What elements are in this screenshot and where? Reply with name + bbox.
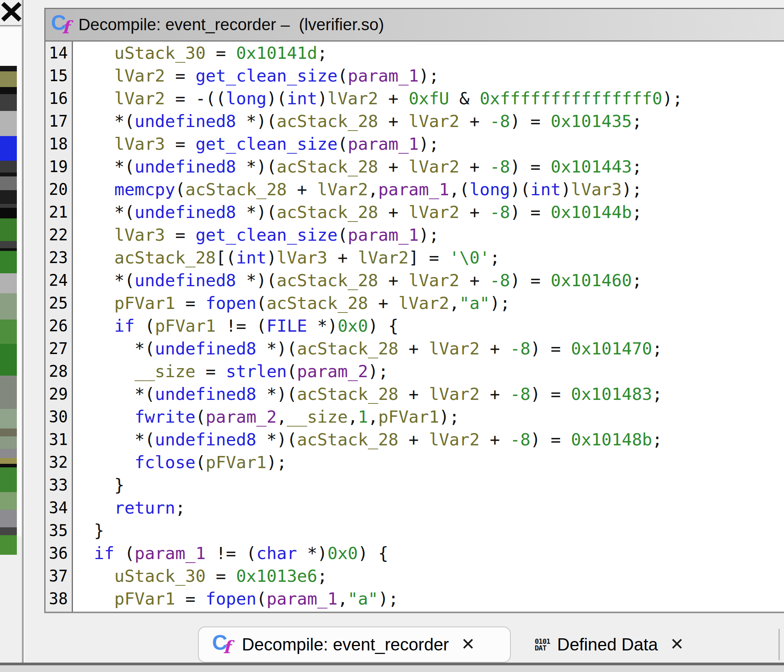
code-token[interactable]: 0x101435 [551, 111, 632, 131]
code-token[interactable]: , [338, 589, 348, 608]
code-token[interactable]: ( [134, 316, 155, 336]
code-token[interactable]: *)( [236, 111, 277, 131]
code-token[interactable]: pFVar1 [206, 452, 267, 472]
minimap-band[interactable] [0, 527, 17, 535]
code-token[interactable]: acStack_28 [297, 384, 399, 404]
code-token[interactable]: ) [317, 89, 327, 108]
code-token[interactable]: fopen [206, 293, 256, 313]
code-token[interactable]: lVar3 [114, 225, 165, 245]
code-token[interactable]: + [459, 271, 490, 290]
code-token[interactable]: "a" [459, 293, 490, 313]
code-token[interactable]: *( [74, 157, 134, 176]
code-token[interactable]: + [287, 180, 318, 199]
code-token[interactable]: uStack_30 [114, 43, 206, 63]
minimap-band[interactable] [0, 409, 17, 429]
minimap-band[interactable] [0, 251, 17, 273]
code-token[interactable]: + [398, 384, 429, 404]
decompiled-code[interactable]: uStack_30 = 0x10141d; lVar2 = get_clean_… [73, 42, 784, 612]
code-token[interactable]: 1 [358, 407, 368, 427]
code-token[interactable]: param_1 [348, 66, 419, 85]
code-token[interactable]: '\0' [449, 248, 490, 267]
minimap-band[interactable] [0, 429, 17, 436]
code-line[interactable]: *(undefined8 *)(acStack_28 + lVar2 + -8)… [74, 155, 784, 178]
minimap-band[interactable] [0, 510, 17, 527]
code-line[interactable]: lVar2 = -((long)(int)lVar2 + 0xfU & 0xff… [74, 87, 784, 110]
window-close-icon[interactable] [1, 1, 22, 22]
code-token[interactable]: param_1 [348, 134, 419, 154]
minimap-band[interactable] [0, 94, 17, 111]
code-token[interactable]: fwrite [134, 407, 195, 427]
code-line[interactable]: *(undefined8 *)(acStack_28 + lVar2 + -8)… [74, 201, 784, 223]
code-token[interactable] [74, 43, 114, 63]
code-token[interactable]: , [277, 407, 287, 427]
code-token[interactable]: acStack_28 [297, 339, 399, 358]
minimap-band[interactable] [0, 273, 17, 293]
code-token[interactable] [74, 589, 114, 608]
code-token[interactable]: 0x1013e6 [236, 566, 317, 586]
code-token[interactable]: ( [338, 66, 348, 85]
minimap-band[interactable] [0, 87, 17, 94]
code-token[interactable]: = [206, 43, 236, 63]
tab-close-icon[interactable] [670, 635, 684, 654]
code-token[interactable]: lVar3 [114, 134, 165, 154]
code-token[interactable]: acStack_28 [277, 111, 378, 131]
code-token[interactable]: = [175, 293, 206, 313]
code-token[interactable]: ) = [510, 157, 551, 176]
code-token[interactable]: != ( [216, 316, 266, 336]
minimap-band[interactable] [0, 449, 17, 458]
minimap-band[interactable] [0, 241, 17, 248]
code-token[interactable]: "a" [348, 589, 378, 608]
code-token[interactable]: ) { [368, 316, 399, 336]
code-token[interactable]: 0x101443 [551, 157, 632, 176]
code-token[interactable]: ) = [530, 430, 571, 449]
code-token[interactable]: , [368, 180, 378, 199]
code-token[interactable] [74, 543, 94, 563]
minimap-band[interactable] [0, 248, 17, 251]
decompiler-titlebar[interactable]: C f Decompile: event_recorder – (lverifi… [44, 8, 784, 42]
code-token[interactable] [74, 566, 114, 586]
code-token[interactable]: fclose [134, 452, 195, 472]
code-token[interactable] [74, 498, 114, 518]
code-token[interactable]: return [114, 498, 175, 518]
code-token[interactable]: int [287, 89, 318, 108]
code-token[interactable]: )( [267, 89, 287, 108]
code-token[interactable]: -8 [510, 384, 530, 404]
code-token[interactable]: , [449, 293, 459, 313]
code-token[interactable]: fopen [206, 589, 256, 608]
code-line[interactable]: if (pFVar1 != (FILE *)0x0) { [74, 610, 784, 612]
code-line[interactable]: lVar2 = get_clean_size(param_1); [74, 64, 784, 87]
code-line[interactable]: *(undefined8 *)(acStack_28 + lVar2 + -8)… [74, 383, 784, 405]
code-token[interactable]: ,( [449, 180, 470, 199]
code-token[interactable]: ( [338, 134, 348, 154]
minimap-band[interactable] [0, 535, 17, 555]
code-token[interactable]: memcpy [114, 180, 175, 199]
code-line[interactable]: fclose(pFVar1); [74, 451, 784, 474]
code-token[interactable]: + [378, 202, 409, 222]
code-token[interactable]: lVar2 [429, 339, 479, 358]
code-token[interactable]: __size [287, 407, 348, 427]
code-token[interactable]: acStack_28 [277, 157, 378, 176]
minimap-band[interactable] [0, 204, 17, 208]
code-token[interactable]: ; [175, 498, 185, 518]
code-token[interactable]: ); [419, 134, 439, 154]
code-token[interactable]: lVar2 [317, 180, 368, 199]
code-token[interactable]: *) [297, 543, 328, 563]
code-token[interactable]: lVar2 [429, 384, 479, 404]
code-token[interactable]: ; [632, 271, 642, 290]
code-token[interactable]: if [94, 543, 114, 563]
minimap-band[interactable] [0, 320, 17, 344]
code-token[interactable]: lVar3 [277, 248, 327, 267]
code-token[interactable]: ) = [530, 384, 571, 404]
code-token[interactable]: acStack_28 [114, 248, 216, 267]
code-line[interactable]: } [74, 474, 784, 496]
code-token[interactable]: ( [338, 225, 348, 245]
code-token[interactable]: ); [378, 589, 399, 608]
code-token[interactable]: -8 [490, 157, 510, 176]
code-token[interactable]: & [449, 89, 480, 108]
code-token[interactable] [74, 66, 114, 85]
code-line[interactable]: uStack_30 = 0x10141d; [74, 42, 784, 64]
minimap-band[interactable] [0, 218, 17, 241]
code-token[interactable]: pFVar1 [114, 589, 175, 608]
code-token[interactable]: lVar2 [358, 248, 408, 267]
code-token[interactable]: undefined8 [155, 430, 256, 449]
